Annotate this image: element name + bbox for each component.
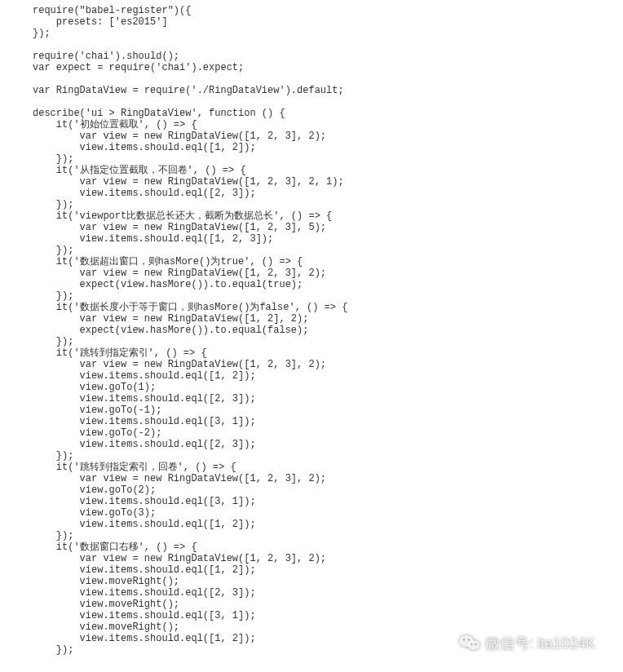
watermark-text: 微信号: ita1024K xyxy=(485,638,595,649)
svg-point-2 xyxy=(463,639,465,640)
svg-point-4 xyxy=(471,643,473,645)
svg-point-3 xyxy=(468,639,470,640)
watermark: 微信号: ita1024K xyxy=(459,634,595,652)
code-block: require("babel-register")({ presets: ['e… xyxy=(0,0,623,656)
wechat-icon xyxy=(459,634,480,652)
svg-point-1 xyxy=(468,640,479,650)
svg-point-5 xyxy=(475,643,477,645)
